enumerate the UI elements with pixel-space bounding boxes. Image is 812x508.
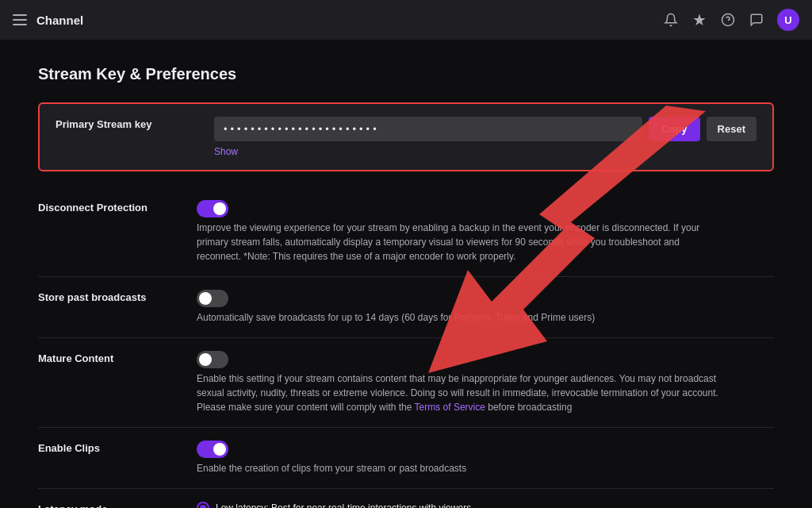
disconnect-protection-content: Improve the viewing experience for your … [197, 200, 774, 264]
store-broadcasts-label: Store past broadcasts [38, 290, 197, 303]
store-broadcasts-desc: Automatically save broadcasts for up to … [197, 310, 720, 325]
reset-button[interactable]: Reset [707, 117, 756, 141]
latency-low-label: Low latency: Best for near real-time int… [216, 502, 471, 508]
page-header-title: Channel [36, 13, 653, 27]
nav-icons: U [663, 9, 799, 31]
enable-clips-toggle[interactable] [197, 441, 228, 458]
mature-content-content: Enable this setting if your stream conta… [197, 351, 774, 414]
enable-clips-content: Enable the creation of clips from your s… [197, 441, 774, 475]
stream-key-section: Primary Stream key Copy Reset Show [38, 102, 774, 171]
disconnect-protection-toggle[interactable] [197, 200, 228, 217]
mature-content-row: Mature Content Enable this setting if yo… [38, 338, 774, 428]
user-avatar[interactable]: U [777, 9, 799, 31]
mature-content-desc: Enable this setting if your stream conta… [197, 371, 720, 414]
latency-mode-content: Low latency: Best for near real-time int… [197, 502, 774, 508]
latency-low-option[interactable]: Low latency: Best for near real-time int… [197, 502, 774, 508]
stream-key-content: Copy Reset Show [214, 117, 756, 157]
chat-icon[interactable] [749, 12, 764, 28]
latency-mode-row: Latency mode Low latency: Best for near … [38, 489, 774, 508]
settings-list: Disconnect Protection Improve the viewin… [38, 187, 774, 508]
stream-key-input-row: Copy Reset [214, 117, 756, 141]
latency-mode-label: Latency mode [38, 502, 197, 508]
top-navigation: Channel U [0, 0, 812, 40]
disconnect-protection-label: Disconnect Protection [38, 200, 197, 214]
main-content: Stream Key & Preferences Primary Stream … [0, 40, 812, 508]
sparkle-icon[interactable] [691, 12, 707, 28]
disconnect-protection-row: Disconnect Protection Improve the viewin… [38, 187, 774, 277]
bell-icon[interactable] [663, 12, 679, 28]
store-broadcasts-row: Store past broadcasts Automatically save… [38, 277, 774, 338]
disconnect-protection-desc: Improve the viewing experience for your … [197, 221, 720, 264]
copy-button[interactable]: Copy [649, 117, 700, 141]
latency-low-radio[interactable] [197, 502, 209, 508]
show-link[interactable]: Show [214, 146, 238, 157]
hamburger-menu[interactable] [13, 14, 27, 25]
enable-clips-label: Enable Clips [38, 441, 197, 454]
stream-key-input[interactable] [214, 117, 642, 141]
store-broadcasts-toggle[interactable] [197, 290, 228, 307]
stream-key-label: Primary Stream key [56, 117, 214, 130]
enable-clips-row: Enable Clips Enable the creation of clip… [38, 428, 774, 489]
page-title: Stream Key & Preferences [38, 65, 774, 83]
help-icon[interactable] [720, 12, 736, 28]
store-broadcasts-content: Automatically save broadcasts for up to … [197, 290, 774, 325]
latency-radio-group: Low latency: Best for near real-time int… [197, 502, 774, 508]
terms-of-service-link[interactable]: Terms of Service [415, 402, 485, 413]
enable-clips-desc: Enable the creation of clips from your s… [197, 461, 720, 475]
mature-content-toggle[interactable] [197, 351, 228, 368]
mature-content-label: Mature Content [38, 351, 197, 364]
